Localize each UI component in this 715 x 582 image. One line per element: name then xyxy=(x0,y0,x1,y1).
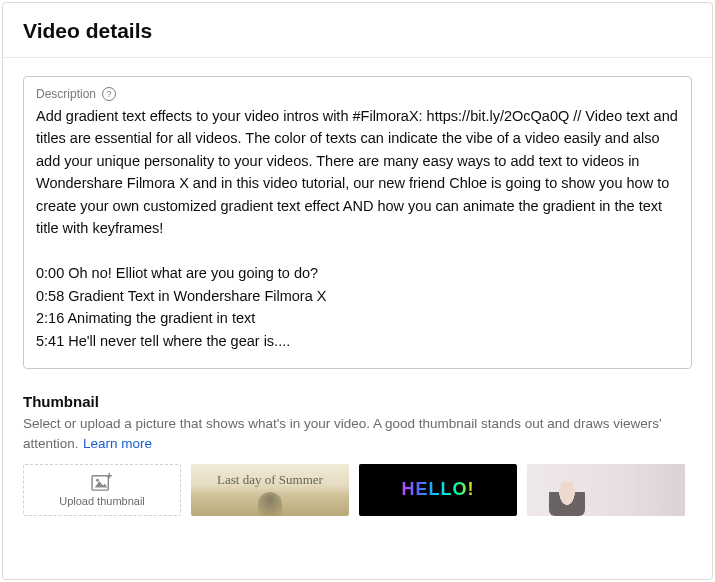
add-photo-icon xyxy=(91,473,113,491)
page-title: Video details xyxy=(23,19,692,43)
upload-thumbnail-label: Upload thumbnail xyxy=(59,495,145,507)
thumbnail-option-2-text: HELLO! xyxy=(402,479,475,500)
thumbnail-heading: Thumbnail xyxy=(23,393,692,410)
description-label: Description xyxy=(36,87,96,101)
panel-header: Video details xyxy=(3,3,712,58)
thumbnail-option-3[interactable] xyxy=(527,464,685,516)
thumbnail-option-2[interactable]: HELLO! xyxy=(359,464,517,516)
svg-marker-1 xyxy=(95,481,108,487)
description-text[interactable]: Add gradient text effects to your video … xyxy=(36,105,679,352)
description-box[interactable]: Description ? Add gradient text effects … xyxy=(23,76,692,369)
description-label-row: Description ? xyxy=(36,87,679,101)
panel-content: Description ? Add gradient text effects … xyxy=(3,58,712,516)
thumbnail-row: Upload thumbnail Last day of Summer HELL… xyxy=(23,464,692,516)
svg-point-2 xyxy=(96,479,99,482)
learn-more-link[interactable]: Learn more xyxy=(83,436,152,451)
thumbnail-option-1[interactable]: Last day of Summer xyxy=(191,464,349,516)
upload-thumbnail-button[interactable]: Upload thumbnail xyxy=(23,464,181,516)
thumbnail-option-1-text: Last day of Summer xyxy=(217,472,323,488)
help-icon[interactable]: ? xyxy=(102,87,116,101)
thumbnail-help-row: Select or upload a picture that shows wh… xyxy=(23,414,692,454)
video-details-panel: Video details Description ? Add gradient… xyxy=(2,2,713,580)
thumbnail-section: Thumbnail Select or upload a picture tha… xyxy=(23,393,692,516)
